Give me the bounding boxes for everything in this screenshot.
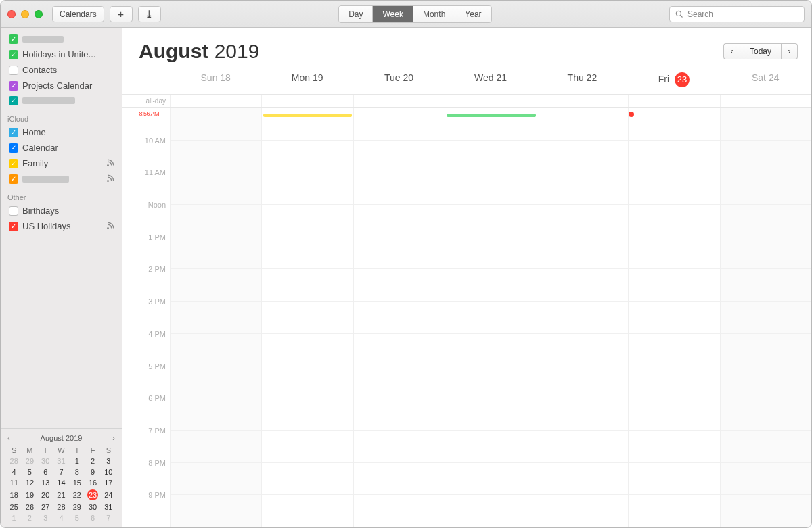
- calendar-checkbox[interactable]: [9, 34, 18, 44]
- mini-next-month[interactable]: ›: [112, 434, 115, 442]
- day-header[interactable]: Tue 20: [353, 68, 445, 94]
- mini-day[interactable]: 2: [22, 512, 37, 523]
- day-column[interactable]: [628, 108, 719, 527]
- calendar-item[interactable]: Projects Calendar: [1, 78, 122, 93]
- day-column[interactable]: [261, 108, 353, 527]
- minimize-window-button[interactable]: [21, 10, 29, 18]
- mini-day[interactable]: 6: [38, 466, 53, 477]
- mini-day[interactable]: 22: [69, 488, 85, 502]
- calendar-item[interactable]: [1, 93, 122, 108]
- inbox-button[interactable]: ⤓: [138, 6, 161, 22]
- new-event-button[interactable]: +: [110, 6, 133, 22]
- mini-day[interactable]: 16: [85, 477, 100, 488]
- next-week-button[interactable]: ›: [782, 43, 798, 59]
- view-year[interactable]: Year: [455, 6, 491, 22]
- mini-day[interactable]: 19: [22, 488, 37, 502]
- mini-day[interactable]: 3: [38, 512, 53, 523]
- day-column[interactable]: [720, 108, 811, 527]
- day-column[interactable]: [445, 108, 536, 527]
- calendar-checkbox[interactable]: [9, 96, 18, 105]
- mini-day[interactable]: 29: [69, 502, 85, 512]
- view-month[interactable]: Month: [413, 6, 455, 22]
- mini-day[interactable]: 24: [101, 488, 116, 502]
- mini-day[interactable]: 28: [53, 502, 69, 512]
- mini-day[interactable]: 13: [38, 477, 53, 488]
- calendar-item[interactable]: Home: [1, 124, 122, 140]
- day-header[interactable]: Sat 24: [720, 68, 811, 94]
- calendar-checkbox[interactable]: [9, 50, 18, 59]
- calendar-checkbox[interactable]: [9, 128, 18, 137]
- prev-week-button[interactable]: ‹: [723, 43, 740, 59]
- mini-day[interactable]: 31: [101, 502, 116, 512]
- day-header[interactable]: Mon 19: [261, 68, 353, 94]
- mini-calendar-grid[interactable]: SMTWTFS 28293031123456789101112131415161…: [6, 445, 116, 523]
- calendar-checkbox[interactable]: [9, 206, 18, 216]
- mini-day[interactable]: 18: [6, 488, 22, 502]
- calendar-item[interactable]: Contacts: [1, 62, 122, 78]
- day-header[interactable]: Sun 18: [170, 68, 261, 94]
- mini-day[interactable]: 23: [85, 488, 100, 502]
- mini-day[interactable]: 10: [101, 466, 116, 477]
- mini-day[interactable]: 1: [6, 512, 22, 523]
- mini-day[interactable]: 27: [38, 502, 53, 512]
- mini-day[interactable]: 21: [53, 488, 69, 502]
- view-day[interactable]: Day: [339, 6, 373, 22]
- mini-day[interactable]: 31: [53, 456, 69, 466]
- calendars-toggle-button[interactable]: Calendars: [52, 6, 104, 22]
- day-column[interactable]: [353, 108, 445, 527]
- mini-day[interactable]: 5: [22, 466, 37, 477]
- time-label: 2 PM: [122, 265, 170, 297]
- day-header[interactable]: Thu 22: [537, 68, 628, 94]
- calendar-item[interactable]: Calendar: [1, 140, 122, 155]
- calendar-item[interactable]: Holidays in Unite...: [1, 47, 122, 62]
- calendar-checkbox[interactable]: [9, 174, 18, 184]
- mini-day[interactable]: 7: [53, 466, 69, 477]
- calendar-label: [22, 97, 75, 104]
- close-window-button[interactable]: [7, 10, 16, 18]
- calendar-checkbox[interactable]: [9, 143, 18, 153]
- calendar-checkbox[interactable]: [9, 66, 18, 75]
- calendar-item[interactable]: [1, 32, 122, 47]
- calendar-item[interactable]: Birthdays: [1, 203, 122, 218]
- mini-day[interactable]: 26: [22, 502, 37, 512]
- mini-day[interactable]: 4: [6, 466, 22, 477]
- calendar-checkbox[interactable]: [9, 222, 18, 231]
- calendar-label: Calendar: [22, 143, 58, 153]
- mini-day[interactable]: 9: [85, 466, 100, 477]
- mini-day[interactable]: 25: [6, 502, 22, 512]
- mini-day[interactable]: 20: [38, 488, 53, 502]
- day-column[interactable]: [170, 108, 261, 527]
- mini-day[interactable]: 30: [38, 456, 53, 466]
- mini-day[interactable]: 30: [85, 502, 100, 512]
- mini-day[interactable]: 4: [53, 512, 69, 523]
- mini-day[interactable]: 1: [69, 456, 85, 466]
- view-week[interactable]: Week: [373, 6, 413, 22]
- mini-day[interactable]: 14: [53, 477, 69, 488]
- shared-icon: [107, 221, 115, 231]
- mini-day[interactable]: 2: [85, 456, 100, 466]
- calendar-item[interactable]: US Holidays: [1, 218, 122, 234]
- mini-day[interactable]: 29: [22, 456, 37, 466]
- mini-day[interactable]: 15: [69, 477, 85, 488]
- mini-day[interactable]: 5: [69, 512, 85, 523]
- day-header[interactable]: Fri 23: [628, 68, 719, 94]
- calendar-item[interactable]: [1, 171, 122, 187]
- calendar-checkbox[interactable]: [9, 81, 18, 91]
- search-field[interactable]: Search: [669, 6, 805, 22]
- mini-day[interactable]: 17: [101, 477, 116, 488]
- fullscreen-window-button[interactable]: [35, 10, 43, 18]
- mini-day[interactable]: 8: [69, 466, 85, 477]
- calendar-item[interactable]: Family: [1, 155, 122, 171]
- time-grid[interactable]: 10 AM11 AMNoon1 PM2 PM3 PM4 PM5 PM6 PM7 …: [122, 108, 811, 527]
- mini-day[interactable]: 11: [6, 477, 22, 488]
- today-button[interactable]: Today: [740, 43, 782, 59]
- calendar-checkbox[interactable]: [9, 159, 18, 168]
- mini-day[interactable]: 6: [85, 512, 100, 523]
- mini-day[interactable]: 28: [6, 456, 22, 466]
- mini-prev-month[interactable]: ‹: [7, 434, 10, 442]
- mini-day[interactable]: 3: [101, 456, 116, 466]
- mini-day[interactable]: 12: [22, 477, 37, 488]
- mini-day[interactable]: 7: [101, 512, 116, 523]
- day-column[interactable]: [537, 108, 628, 527]
- day-header[interactable]: Wed 21: [445, 68, 536, 94]
